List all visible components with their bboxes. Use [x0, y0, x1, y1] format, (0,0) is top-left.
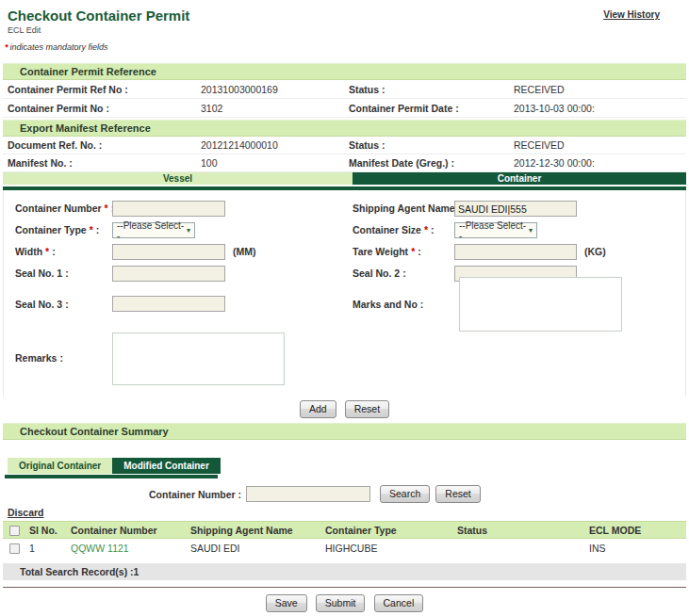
permit-no-label: Container Permit No : — [8, 103, 201, 114]
marks-and-no-textarea[interactable] — [459, 277, 622, 332]
tab-container[interactable]: Container — [353, 172, 686, 185]
permit-status-label: Status : — [349, 84, 514, 95]
section-title: Checkout Container Summary — [20, 426, 169, 437]
width-label: Width*: — [15, 246, 56, 257]
page-title: Checkout Container Permit — [8, 8, 686, 24]
container-number-input[interactable] — [112, 201, 225, 217]
col-sl-no: Sl No. — [29, 522, 71, 539]
container-type-select[interactable]: --Please Select-- ▾ — [112, 222, 195, 238]
summary-tabs: Original Container Modified Container — [8, 458, 686, 474]
manifest-date-label: Manifest Date (Greg.) : — [349, 157, 514, 169]
container-type-label: Container Type*: — [15, 224, 99, 235]
summary-tab-underbar — [5, 475, 218, 478]
required-star: * — [411, 246, 415, 257]
tab-vessel[interactable]: Vessel — [3, 172, 353, 185]
container-size-selected-value: --Please Select-- — [459, 220, 529, 241]
section-title: Container Permit Reference — [20, 66, 156, 77]
permit-ref-row-1: Container Permit Ref No : 20131003000169… — [3, 80, 686, 99]
form-reset-button[interactable]: Reset — [345, 400, 389, 418]
section-checkout-container-summary: Checkout Container Summary — [3, 423, 686, 440]
manifest-status-label: Status : — [349, 139, 514, 151]
permit-ref-row-2: Container Permit No : 3102 Container Per… — [3, 99, 686, 118]
col-status: Status — [457, 522, 589, 539]
checkout-container-permit-page: Checkout Container Permit ECL Edit View … — [0, 0, 689, 616]
seal-no-3-label: Seal No. 3: — [15, 299, 69, 310]
container-number-label: Container Number*: — [15, 203, 114, 214]
discard-link[interactable]: Discard — [8, 507, 44, 518]
summary-search-row: Container Number : Search Reset — [3, 485, 686, 503]
search-reset-button[interactable]: Reset — [435, 485, 480, 503]
col-shipping-agent-name: Shipping Agent Name — [190, 522, 325, 539]
search-container-number-input[interactable] — [246, 486, 370, 502]
search-container-number-label: Container Number : — [149, 489, 241, 500]
required-star: * — [45, 246, 49, 257]
mandatory-note: *indicates mandatory fields — [5, 42, 686, 53]
cancel-button[interactable]: Cancel — [374, 594, 424, 612]
summary-table-header: Sl No. Container Number Shipping Agent N… — [3, 522, 686, 539]
container-type-selected-value: --Please Select-- — [117, 220, 187, 241]
save-button[interactable]: Save — [266, 594, 307, 612]
shipping-agent-name-input[interactable] — [454, 201, 577, 217]
seal-no-3-input[interactable] — [112, 296, 225, 312]
permit-no-value: 3102 — [201, 103, 349, 114]
container-size-label: Container Size*: — [353, 224, 435, 235]
section-title: Export Manifest Reference — [20, 122, 151, 134]
cell-container-type: HIGHCUBE — [325, 539, 457, 558]
remarks-textarea[interactable] — [112, 332, 285, 385]
section-container-permit-reference: Container Permit Reference — [3, 63, 686, 80]
submit-button[interactable]: Submit — [316, 594, 366, 612]
permit-status-value: RECEIVED — [514, 84, 686, 95]
container-form: Container Number*: Shipping Agent Name*:… — [3, 190, 686, 397]
manifest-ref-row-2: Manifest No. : 100 Manifest Date (Greg.)… — [3, 154, 686, 172]
bottom-divider — [3, 587, 686, 588]
col-container-number: Container Number — [71, 522, 190, 539]
manifest-date-value: 2012-12-30 00:00: — [514, 157, 686, 169]
total-records-bar: Total Search Record(s) :1 — [3, 563, 686, 580]
shipping-agent-name-label: Shipping Agent Name*: — [353, 203, 468, 214]
required-star: * — [105, 203, 108, 214]
tab-modified-container[interactable]: Modified Container — [112, 458, 221, 474]
permit-ref-no-label: Container Permit Ref No : — [8, 84, 201, 95]
chevron-down-icon: ▾ — [529, 227, 533, 235]
tare-weight-label: Tare Weight*: — [353, 246, 421, 257]
summary-table: Sl No. Container Number Shipping Agent N… — [3, 521, 686, 558]
view-history-link[interactable]: View History — [603, 9, 660, 20]
seal-no-1-label: Seal No. 1: — [15, 267, 69, 279]
document-ref-no-value: 20121214000010 — [201, 139, 349, 151]
col-ecl-mode: ECL MODE — [589, 522, 686, 539]
footer-actions: Save Submit Cancel — [3, 594, 686, 612]
vessel-container-tabs: Vessel Container — [3, 172, 686, 185]
width-input[interactable] — [112, 244, 225, 260]
mandatory-note-text: indicates mandatory fields — [10, 42, 108, 52]
manifest-ref-row-1: Document Ref. No. : 20121214000010 Statu… — [3, 137, 686, 154]
search-button[interactable]: Search — [380, 485, 430, 503]
add-button[interactable]: Add — [300, 400, 336, 418]
seal-no-2-label: Seal No. 2: — [353, 267, 406, 279]
mandatory-star: * — [5, 42, 8, 52]
tab-original-container[interactable]: Original Container — [8, 458, 112, 474]
select-all-checkbox[interactable] — [9, 526, 20, 536]
chevron-down-icon: ▾ — [187, 227, 190, 235]
marks-and-no-label: Marks and No: — [353, 299, 423, 310]
seal-no-1-input[interactable] — [112, 266, 225, 282]
container-size-select[interactable]: --Please Select-- ▾ — [454, 222, 537, 238]
manifest-status-value: RECEIVED — [514, 139, 686, 151]
width-unit: (MM) — [233, 246, 256, 257]
tare-weight-unit: (KG) — [584, 246, 606, 257]
table-row: 1 QQWW 1121 SAUDI EDI HIGHCUBE INS — [3, 539, 686, 558]
container-number-link[interactable]: QQWW 1121 — [71, 543, 129, 554]
remarks-label: Remarks: — [15, 352, 63, 364]
document-ref-no-label: Document Ref. No. : — [8, 139, 201, 151]
required-star: * — [90, 224, 93, 235]
page-subtitle: ECL Edit — [8, 24, 686, 36]
col-container-type: Container Type — [325, 522, 457, 539]
permit-date-value: 2013-10-03 00:00: — [514, 103, 686, 114]
form-actions: Add Reset — [3, 400, 686, 418]
cell-sl-no: 1 — [29, 539, 71, 558]
cell-shipping-agent: SAUDI EDI — [190, 539, 325, 558]
tare-weight-input[interactable] — [454, 244, 577, 260]
row-checkbox[interactable] — [9, 543, 20, 554]
required-star: * — [424, 224, 428, 235]
cell-status — [457, 539, 589, 558]
permit-date-label: Container Permit Date : — [349, 103, 514, 114]
